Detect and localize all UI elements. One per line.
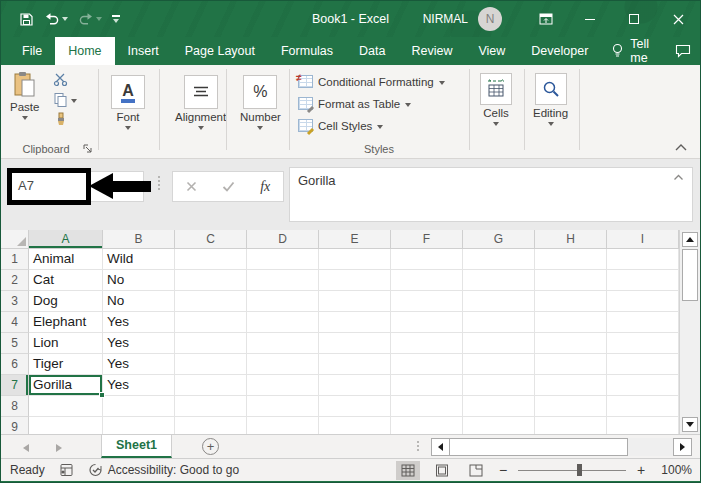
cell-A9[interactable] bbox=[29, 417, 103, 434]
row-header-4[interactable]: 4 bbox=[1, 312, 29, 333]
cell-F3[interactable] bbox=[391, 291, 463, 312]
column-header-E[interactable]: E bbox=[319, 230, 391, 249]
cell-A2[interactable]: Cat bbox=[29, 270, 103, 291]
cell-G7[interactable] bbox=[463, 375, 535, 396]
horizontal-scrollbar-thumb[interactable] bbox=[450, 438, 628, 456]
horizontal-scrollbar[interactable] bbox=[431, 438, 692, 456]
cell-D7[interactable] bbox=[247, 375, 319, 396]
cell-I9[interactable] bbox=[607, 417, 679, 434]
normal-view-button[interactable] bbox=[396, 461, 420, 480]
row-header-6[interactable]: 6 bbox=[1, 354, 29, 375]
row-header-2[interactable]: 2 bbox=[1, 270, 29, 291]
cell-E9[interactable] bbox=[319, 417, 391, 434]
cell-B7[interactable]: Yes bbox=[103, 375, 175, 396]
cell-F5[interactable] bbox=[391, 333, 463, 354]
cell-H5[interactable] bbox=[535, 333, 607, 354]
vertical-scrollbar[interactable] bbox=[679, 230, 700, 434]
cell-F6[interactable] bbox=[391, 354, 463, 375]
cell-G5[interactable] bbox=[463, 333, 535, 354]
font-dropdown-icon[interactable] bbox=[125, 126, 131, 130]
page-layout-view-button[interactable] bbox=[430, 461, 454, 480]
cell-A4[interactable]: Elephant bbox=[29, 312, 103, 333]
cells-button[interactable]: Cells bbox=[480, 73, 512, 126]
cell-C6[interactable] bbox=[175, 354, 247, 375]
tab-developer[interactable]: Developer bbox=[518, 37, 601, 65]
cell-C2[interactable] bbox=[175, 270, 247, 291]
cell-H8[interactable] bbox=[535, 396, 607, 417]
formula-bar-input[interactable]: Gorilla bbox=[289, 167, 693, 222]
minimize-button[interactable] bbox=[568, 1, 612, 37]
cell-C4[interactable] bbox=[175, 312, 247, 333]
cell-I8[interactable] bbox=[607, 396, 679, 417]
format-painter-button[interactable] bbox=[53, 111, 77, 127]
cell-A3[interactable]: Dog bbox=[29, 291, 103, 312]
cell-I6[interactable] bbox=[607, 354, 679, 375]
cell-A7[interactable]: Gorilla bbox=[29, 375, 103, 396]
column-header-I[interactable]: I bbox=[607, 230, 679, 249]
cell-F4[interactable] bbox=[391, 312, 463, 333]
cell-E8[interactable] bbox=[319, 396, 391, 417]
column-header-A[interactable]: A bbox=[29, 230, 103, 249]
undo-dropdown-icon[interactable] bbox=[62, 17, 68, 21]
number-button[interactable]: % Number bbox=[240, 75, 281, 130]
cell-G1[interactable] bbox=[463, 249, 535, 270]
cell-H6[interactable] bbox=[535, 354, 607, 375]
enter-button[interactable] bbox=[222, 181, 235, 192]
cell-E6[interactable] bbox=[319, 354, 391, 375]
page-break-preview-button[interactable] bbox=[464, 461, 488, 480]
cell-H1[interactable] bbox=[535, 249, 607, 270]
cell-F1[interactable] bbox=[391, 249, 463, 270]
select-all-button[interactable] bbox=[1, 230, 29, 249]
format-as-table-button[interactable]: Format as Table bbox=[298, 95, 445, 112]
cell-F7[interactable] bbox=[391, 375, 463, 396]
tell-me-box[interactable]: Tell me bbox=[601, 37, 659, 65]
cell-C3[interactable] bbox=[175, 291, 247, 312]
editing-dropdown-icon[interactable] bbox=[548, 122, 554, 126]
cell-C5[interactable] bbox=[175, 333, 247, 354]
sheet-tab-sheet1[interactable]: Sheet1 bbox=[101, 435, 172, 458]
macro-record-button[interactable] bbox=[59, 463, 74, 477]
cell-G6[interactable] bbox=[463, 354, 535, 375]
cell-E1[interactable] bbox=[319, 249, 391, 270]
cell-F9[interactable] bbox=[391, 417, 463, 434]
cell-B4[interactable]: Yes bbox=[103, 312, 175, 333]
cell-D1[interactable] bbox=[247, 249, 319, 270]
tab-view[interactable]: View bbox=[465, 37, 518, 65]
scroll-left-button[interactable] bbox=[431, 438, 450, 456]
zoom-slider[interactable] bbox=[518, 464, 626, 476]
number-dropdown-icon[interactable] bbox=[257, 126, 263, 130]
row-header-8[interactable]: 8 bbox=[1, 396, 29, 417]
alignment-dropdown-icon[interactable] bbox=[198, 126, 204, 130]
undo-button[interactable] bbox=[44, 12, 68, 26]
formula-bar-handle[interactable] bbox=[158, 176, 160, 190]
cell-H9[interactable] bbox=[535, 417, 607, 434]
new-sheet-button[interactable]: + bbox=[202, 438, 219, 455]
cell-A6[interactable]: Tiger bbox=[29, 354, 103, 375]
cells-dropdown-icon[interactable] bbox=[493, 122, 499, 126]
column-header-B[interactable]: B bbox=[103, 230, 175, 249]
cut-button[interactable] bbox=[53, 71, 77, 87]
tab-scroll-handle[interactable] bbox=[417, 441, 419, 451]
row-header-7[interactable]: 7 bbox=[1, 375, 29, 396]
horizontal-scrollbar-track[interactable] bbox=[628, 438, 673, 456]
zoom-in-button[interactable]: + bbox=[636, 462, 646, 478]
copy-button[interactable] bbox=[53, 91, 77, 107]
cell-D2[interactable] bbox=[247, 270, 319, 291]
name-box-value[interactable]: A7 bbox=[18, 178, 34, 193]
cell-H4[interactable] bbox=[535, 312, 607, 333]
cell-B9[interactable] bbox=[103, 417, 175, 434]
cell-E5[interactable] bbox=[319, 333, 391, 354]
scroll-up-button[interactable] bbox=[682, 232, 698, 247]
cell-E2[interactable] bbox=[319, 270, 391, 291]
cell-G4[interactable] bbox=[463, 312, 535, 333]
tab-formulas[interactable]: Formulas bbox=[268, 37, 346, 65]
cell-H7[interactable] bbox=[535, 375, 607, 396]
save-button[interactable] bbox=[19, 12, 34, 27]
row-header-5[interactable]: 5 bbox=[1, 333, 29, 354]
tab-file[interactable]: File bbox=[9, 37, 55, 65]
cell-styles-button[interactable]: Cell Styles bbox=[298, 117, 445, 134]
comments-button[interactable] bbox=[659, 37, 701, 65]
tab-home[interactable]: Home bbox=[55, 37, 114, 65]
cell-I7[interactable] bbox=[607, 375, 679, 396]
cell-G9[interactable] bbox=[463, 417, 535, 434]
